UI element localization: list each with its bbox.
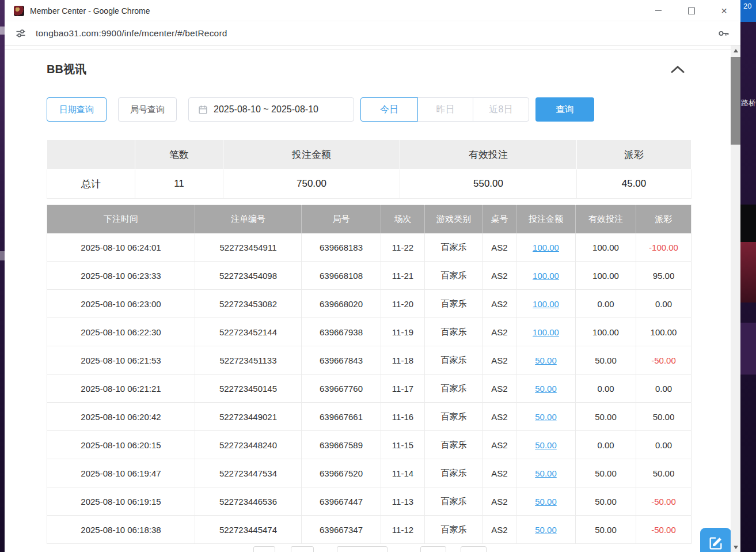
scroll-up-arrow[interactable] — [731, 46, 740, 55]
date-range-input[interactable]: 2025-08-10 ~ 2025-08-10 — [188, 97, 354, 122]
pagination-item[interactable] — [420, 546, 446, 552]
minimize-icon — [655, 10, 662, 11]
scroll-down-arrow[interactable] — [731, 542, 740, 552]
col-bet-time: 下注时间 — [47, 205, 195, 234]
cell-payout: 0.00 — [636, 290, 692, 318]
cell-table: AS2 — [483, 516, 516, 544]
table-row: 2025-08-10 06:19:47 522723447534 6396675… — [47, 459, 692, 487]
cell-valid: 100.00 — [576, 262, 636, 290]
maximize-button[interactable] — [675, 0, 708, 21]
summary-header-empty — [47, 140, 135, 169]
cell-session: 11-14 — [381, 459, 425, 487]
summary-header-count: 笔数 — [135, 140, 223, 169]
pagination-item[interactable] — [253, 546, 275, 552]
cell-payout: 50.00 — [636, 459, 692, 487]
summary-row: 总计 11 750.00 550.00 45.00 — [47, 169, 692, 199]
cell-game: 百家乐 — [425, 233, 483, 262]
col-game-type: 游戏类别 — [425, 205, 483, 234]
maximize-icon — [688, 7, 695, 14]
cell-time: 2025-08-10 06:19:15 — [47, 487, 195, 516]
cell-round: 639668183 — [302, 233, 381, 262]
col-table-no: 桌号 — [483, 205, 516, 234]
search-button[interactable]: 查询 — [535, 97, 594, 122]
summary-valid-value: 550.00 — [400, 169, 577, 199]
col-order-id: 注单编号 — [195, 205, 302, 234]
cell-table: AS2 — [483, 431, 516, 459]
cell-time: 2025-08-10 06:18:38 — [47, 516, 195, 544]
date-range-value: 2025-08-10 ~ 2025-08-10 — [214, 104, 318, 115]
pagination-item[interactable] — [291, 546, 314, 552]
cell-valid: 50.00 — [576, 487, 636, 516]
desktop-background-right: 20 路桥 — [740, 0, 756, 552]
calendar-icon — [198, 105, 208, 115]
bet-amount-link[interactable]: 50.00 — [535, 468, 557, 478]
bet-amount-link[interactable]: 100.00 — [533, 327, 559, 337]
summary-bet-value: 750.00 — [223, 169, 400, 199]
filter-toolbar: 日期查询 局号查询 2025-08-10 ~ 2025-08-10 今日 昨日 … — [47, 97, 594, 122]
scrollbar-thumb[interactable] — [731, 57, 740, 145]
cell-table: AS2 — [483, 459, 516, 487]
cell-time: 2025-08-10 06:23:33 — [47, 262, 195, 290]
scrollbar[interactable] — [731, 46, 740, 552]
bet-amount-link[interactable]: 50.00 — [535, 525, 557, 535]
edit-fab-button[interactable] — [700, 528, 731, 552]
bet-record-table: 下注时间 注单编号 局号 场次 游戏类别 桌号 投注金额 有效投注 派彩 202… — [47, 205, 692, 544]
table-row: 2025-08-10 06:20:42 522723449021 6396676… — [47, 403, 692, 431]
title-bar: Member Center - Google Chrome ✕ — [5, 0, 740, 21]
round-query-button[interactable]: 局号查询 — [118, 97, 177, 122]
desktop-clock: 20 — [740, 0, 756, 22]
cell-payout: -100.00 — [636, 233, 692, 262]
last-8-days-button[interactable]: 近8日 — [473, 97, 529, 122]
site-settings-icon[interactable] — [15, 28, 26, 39]
cell-game: 百家乐 — [425, 459, 483, 487]
today-button[interactable]: 今日 — [360, 97, 418, 122]
bet-amount-link[interactable]: 100.00 — [533, 299, 559, 309]
bet-amount-link[interactable]: 100.00 — [533, 243, 559, 252]
url-text[interactable]: tongbao31.com:9900/infe/mcenter/#/betRec… — [36, 28, 227, 39]
cell-session: 11-22 — [381, 233, 425, 262]
cell-round: 639667843 — [302, 346, 381, 375]
cell-session: 11-12 — [381, 516, 425, 544]
cell-valid: 50.00 — [576, 346, 636, 375]
table-header-row: 下注时间 注单编号 局号 场次 游戏类别 桌号 投注金额 有效投注 派彩 — [47, 205, 692, 234]
cell-order: 522723451133 — [195, 346, 302, 375]
cell-order: 522723450145 — [195, 375, 302, 403]
summary-header-valid: 有效投注 — [400, 140, 577, 169]
password-key-icon[interactable] — [717, 27, 730, 40]
bet-amount-link[interactable]: 50.00 — [535, 412, 557, 422]
minimize-button[interactable] — [642, 0, 675, 21]
address-bar[interactable]: tongbao31.com:9900/infe/mcenter/#/betRec… — [5, 21, 740, 45]
cell-session: 11-13 — [381, 487, 425, 516]
app-icon — [14, 6, 24, 16]
pagination-page-size-select[interactable] — [337, 546, 388, 552]
collapse-chevron-icon[interactable] — [670, 65, 685, 74]
cell-time: 2025-08-10 06:21:53 — [47, 346, 195, 375]
close-button[interactable]: ✕ — [708, 0, 740, 21]
cell-session: 11-17 — [381, 375, 425, 403]
cell-round: 639668020 — [302, 290, 381, 318]
cell-session: 11-21 — [381, 262, 425, 290]
bet-amount-link[interactable]: 50.00 — [535, 384, 557, 394]
cell-round: 639667447 — [302, 487, 381, 516]
yesterday-button[interactable]: 昨日 — [417, 97, 473, 122]
date-query-button[interactable]: 日期查询 — [47, 97, 107, 122]
cell-valid: 0.00 — [576, 290, 636, 318]
quick-range-group: 今日 昨日 近8日 — [360, 97, 529, 122]
cell-valid: 100.00 — [576, 318, 636, 346]
bet-amount-link[interactable]: 50.00 — [535, 497, 557, 506]
summary-count-value: 11 — [135, 169, 223, 199]
cell-game: 百家乐 — [425, 487, 483, 516]
col-session: 场次 — [381, 205, 425, 234]
pagination-item[interactable] — [461, 546, 487, 552]
bet-amount-link[interactable]: 50.00 — [535, 440, 557, 450]
col-round-id: 局号 — [302, 205, 381, 234]
bet-amount-link[interactable]: 100.00 — [533, 271, 559, 281]
divider — [5, 49, 731, 50]
summary-payout-value: 45.00 — [577, 169, 692, 199]
background-fragment — [0, 251, 5, 260]
section-title: BB视讯 — [47, 62, 86, 77]
cell-order: 522723449021 — [195, 403, 302, 431]
bet-amount-link[interactable]: 50.00 — [535, 356, 557, 365]
cell-table: AS2 — [483, 487, 516, 516]
table-row: 2025-08-10 06:21:53 522723451133 6396678… — [47, 346, 692, 375]
